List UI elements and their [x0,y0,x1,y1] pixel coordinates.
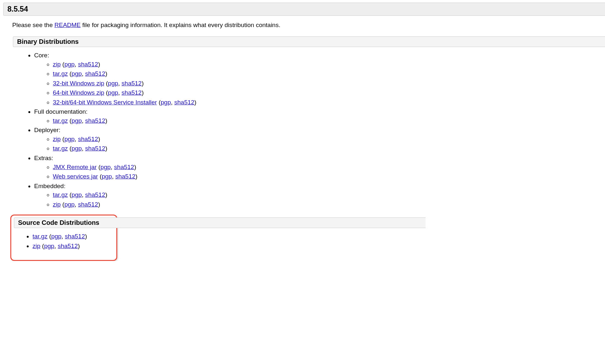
deployer-zip-pgp-link[interactable]: pgp [64,136,75,142]
core-win-installer-pgp-link[interactable]: pgp [161,99,171,106]
deployer-zip-item: zip (pgp, sha512) [53,135,605,144]
deployer-targz-link[interactable]: tar.gz [53,145,68,152]
binary-distributions-list: Core: zip (pgp, sha512) tar.gz (pgp, sha… [19,51,605,209]
intro-pre: Please see the [12,22,54,28]
core-zip-pgp-link[interactable]: pgp [64,61,75,68]
version-title: 8.5.54 [7,5,28,13]
core-win32zip-pgp-link[interactable]: pgp [108,80,118,87]
extras-label: Extras: [34,155,53,161]
extras-ws-sha512-link[interactable]: sha512 [115,173,135,180]
core-win64zip-item: 64-bit Windows zip (pgp, sha512) [53,88,605,97]
core-targz-sha512-link[interactable]: sha512 [85,70,105,77]
core-win32zip-item: 32-bit Windows zip (pgp, sha512) [53,79,605,88]
binary-distributions-header: Binary Distributions [13,36,605,47]
extras-jmx-link[interactable]: JMX Remote jar [53,164,97,170]
core-win-installer-link[interactable]: 32-bit/64-bit Windows Service Installer [53,99,157,106]
src-zip-pgp-link[interactable]: pgp [44,243,54,249]
src-targz-sha512-link[interactable]: sha512 [65,233,85,240]
intro-paragraph: Please see the README file for packaging… [3,22,605,29]
embedded-zip-sha512-link[interactable]: sha512 [78,201,98,208]
deployer-targz-pgp-link[interactable]: pgp [72,145,82,152]
source-distributions-header: Source Code Distributions [14,217,426,228]
src-zip-link[interactable]: zip [33,243,40,249]
extras-ws-item: Web services jar (pgp, sha512) [53,172,605,181]
deployer-zip-link[interactable]: zip [53,136,61,142]
core-targz-link[interactable]: tar.gz [53,70,68,77]
readme-link[interactable]: README [54,22,81,28]
extras-jmx-sha512-link[interactable]: sha512 [114,164,134,170]
src-targz-pgp-link[interactable]: pgp [51,233,62,240]
embedded-targz-pgp-link[interactable]: pgp [72,191,82,198]
full-doc-sublist: tar.gz (pgp, sha512) [34,116,605,125]
core-zip-link[interactable]: zip [53,61,61,68]
intro-post: file for packaging information. It expla… [81,22,280,28]
extras-sublist: JMX Remote jar (pgp, sha512) Web service… [34,163,605,181]
full-doc-label: Full documentation: [34,108,88,115]
embedded-zip-pgp-link[interactable]: pgp [64,201,75,208]
src-zip-sha512-link[interactable]: sha512 [58,243,78,249]
full-doc-item: Full documentation: tar.gz (pgp, sha512) [34,107,605,125]
full-doc-targz-pgp-link[interactable]: pgp [72,117,82,124]
core-label: Core: [34,52,49,59]
deployer-item: Deployer: zip (pgp, sha512) tar.gz (pgp,… [34,126,605,153]
source-distributions-list: tar.gz (pgp, sha512) zip (pgp, sha512) [18,232,116,250]
page-container: 8.5.54 Please see the README file for pa… [0,3,605,261]
deployer-label: Deployer: [34,127,60,133]
source-distributions-title: Source Code Distributions [18,219,99,226]
core-zip-item: zip (pgp, sha512) [53,60,605,69]
source-highlight-box: Source Code Distributions tar.gz (pgp, s… [10,215,117,261]
extras-item: Extras: JMX Remote jar (pgp, sha512) Web… [34,154,605,181]
full-doc-targz-sha512-link[interactable]: sha512 [85,117,105,124]
core-item: Core: zip (pgp, sha512) tar.gz (pgp, sha… [34,51,605,107]
deployer-targz-item: tar.gz (pgp, sha512) [53,144,605,153]
embedded-zip-link[interactable]: zip [53,201,61,208]
version-header: 8.5.54 [3,3,605,16]
core-win64zip-link[interactable]: 64-bit Windows zip [53,89,104,96]
core-targz-pgp-link[interactable]: pgp [72,70,82,77]
embedded-zip-item: zip (pgp, sha512) [53,200,605,209]
extras-ws-link[interactable]: Web services jar [53,173,98,180]
core-win64zip-pgp-link[interactable]: pgp [108,89,118,96]
deployer-zip-sha512-link[interactable]: sha512 [78,136,98,142]
deployer-targz-sha512-link[interactable]: sha512 [85,145,105,152]
core-sublist: zip (pgp, sha512) tar.gz (pgp, sha512) 3… [34,60,605,107]
extras-jmx-pgp-link[interactable]: pgp [101,164,111,170]
binary-distributions-title: Binary Distributions [17,38,79,45]
deployer-sublist: zip (pgp, sha512) tar.gz (pgp, sha512) [34,135,605,153]
embedded-sublist: tar.gz (pgp, sha512) zip (pgp, sha512) [34,190,605,209]
full-doc-targz-item: tar.gz (pgp, sha512) [53,116,605,125]
embedded-targz-item: tar.gz (pgp, sha512) [53,190,605,199]
src-targz-item: tar.gz (pgp, sha512) [33,232,116,241]
core-win-installer-sha512-link[interactable]: sha512 [174,99,194,106]
embedded-targz-sha512-link[interactable]: sha512 [85,191,105,198]
embedded-label: Embedded: [34,183,65,189]
embedded-targz-link[interactable]: tar.gz [53,191,68,198]
core-win64zip-sha512-link[interactable]: sha512 [121,89,141,96]
extras-ws-pgp-link[interactable]: pgp [102,173,112,180]
embedded-item: Embedded: tar.gz (pgp, sha512) zip (pgp,… [34,182,605,209]
core-win-installer-item: 32-bit/64-bit Windows Service Installer … [53,98,605,107]
core-targz-item: tar.gz (pgp, sha512) [53,69,605,78]
src-targz-link[interactable]: tar.gz [33,233,47,240]
core-win32zip-sha512-link[interactable]: sha512 [121,80,141,87]
src-zip-item: zip (pgp, sha512) [33,242,116,251]
core-zip-sha512-link[interactable]: sha512 [78,61,98,68]
full-doc-targz-link[interactable]: tar.gz [53,117,68,124]
core-win32zip-link[interactable]: 32-bit Windows zip [53,80,104,87]
extras-jmx-item: JMX Remote jar (pgp, sha512) [53,163,605,172]
